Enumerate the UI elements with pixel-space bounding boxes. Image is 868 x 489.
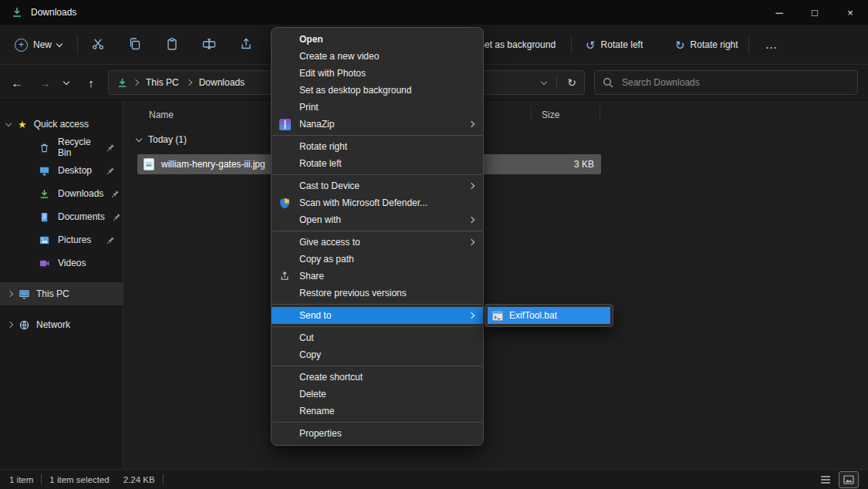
column-header-size[interactable]: Size [542,110,559,120]
share-icon [239,37,253,53]
menu-separator [272,366,482,366]
context-menu-item-restore-previous-versions[interactable]: Restore previous versions [272,285,483,302]
rename-button[interactable] [194,31,225,59]
defender-shield-icon [279,197,290,209]
chevron-right-icon[interactable] [7,291,13,297]
sidebar-item-quick-access[interactable]: ★ Quick access [0,113,123,136]
recycle-bin-icon [39,142,50,153]
thumbnail-view-icon [843,475,854,484]
back-button[interactable]: ← [5,70,29,95]
close-button[interactable]: × [833,0,868,25]
quick-access-star-icon: ★ [18,120,27,130]
status-bar: 1 item 1 item selected 2.24 KB [0,469,868,489]
refresh-button[interactable]: ↻ [567,76,576,89]
sidebar-item-pictures[interactable]: Pictures [0,228,123,251]
context-menu-item-edit-with-photos[interactable]: Edit with Photos [272,65,483,82]
column-separator[interactable] [531,106,532,122]
context-menu-item-rotate-right[interactable]: Rotate right [272,138,483,155]
sidebar-item-desktop[interactable]: Desktop [0,159,123,182]
cut-button[interactable] [83,31,113,59]
context-menu-item-send-to[interactable]: Send to [272,307,483,324]
rename-icon [202,37,216,53]
menu-item-label: Create shortcut [299,372,363,383]
sidebar-item-documents[interactable]: Documents [0,205,123,228]
rotate-right-label: Rotate right [691,39,738,50]
context-menu-item-delete[interactable]: Delete [272,386,483,403]
recent-locations-button[interactable] [57,70,76,95]
videos-icon [39,258,50,269]
set-as-background-button[interactable]: Set as background [471,31,562,59]
sidebar-item-recycle-bin[interactable]: Recycle Bin [0,136,123,159]
menu-item-label: NanaZip [299,119,334,130]
context-menu-item-print[interactable]: Print [272,99,483,116]
new-button[interactable]: + New [8,31,69,59]
minimize-button[interactable]: ─ [762,0,797,25]
location-downloads-icon [117,77,128,89]
context-menu-item-share[interactable]: Share [272,268,483,285]
menu-item-label: Properties [299,428,342,439]
copy-button[interactable] [120,31,150,59]
sidebar-item-videos[interactable]: Videos [0,251,123,275]
sidebar-item-label: Pictures [58,234,99,245]
item-count: 1 item [9,475,33,484]
this-pc-icon [19,288,30,300]
context-menu-item-copy[interactable]: Copy [272,346,483,363]
menu-separator [272,422,482,423]
context-menu-item-open[interactable]: Open [272,31,483,48]
context-menu-item-nanazip[interactable]: NanaZip [272,116,483,133]
context-menu-item-cut[interactable]: Cut [272,329,483,346]
search-input[interactable] [620,76,849,89]
sidebar-item-this-pc[interactable]: This PC [0,282,123,305]
sidebar: ★ Quick access Recycle Bin Desktop Downl… [0,100,123,469]
selection-count: 1 item selected [49,475,109,484]
details-view-button[interactable] [816,471,836,488]
submenu-item-label: ExifTool.bat [509,310,557,321]
submenu-item-exiftool-bat[interactable]: ExifTool.bat [488,307,610,324]
thumbnail-view-button[interactable] [839,471,859,488]
menu-item-label: Rotate right [299,141,347,152]
menu-item-label: Copy as path [299,254,354,265]
share-button[interactable] [231,31,262,59]
forward-button[interactable]: → [32,70,57,95]
chevron-right-icon [185,79,191,86]
context-menu-item-open-with[interactable]: Open with [272,211,483,228]
chevron-right-icon[interactable] [7,322,13,328]
menu-separator [272,326,482,327]
context-menu-item-properties[interactable]: Properties [272,425,483,442]
context-menu-item-copy-as-path[interactable]: Copy as path [272,251,483,268]
address-dropdown-icon[interactable] [541,78,547,84]
maximize-button[interactable]: □ [797,0,833,25]
rotate-right-button[interactable]: ↻ Rotate right [668,31,745,59]
breadcrumb-this-pc[interactable]: This PC [144,76,181,89]
menu-separator [272,174,482,175]
context-menu-item-create-a-new-video[interactable]: Create a new video [272,48,483,65]
chevron-down-icon[interactable] [136,135,142,141]
context-menu-item-create-shortcut[interactable]: Create shortcut [272,369,483,386]
rotate-left-button[interactable]: ↺ Rotate left [579,31,650,59]
breadcrumb-downloads[interactable]: Downloads [197,76,247,89]
sidebar-item-label: Videos [58,258,123,268]
titlebar: Downloads ─ □ × [0,0,868,25]
sidebar-item-network[interactable]: Network [0,313,123,336]
chevron-down-icon[interactable] [5,120,12,126]
context-menu-item-give-access-to[interactable]: Give access to [272,234,483,251]
context-menu-item-scan-with-microsoft-defender[interactable]: Scan with Microsoft Defender... [272,194,483,211]
image-file-icon [144,158,154,170]
up-button[interactable]: ↑ [79,70,103,95]
context-menu-item-rename[interactable]: Rename [272,403,483,420]
group-header-today[interactable]: Today (1) [137,134,187,145]
search-box[interactable] [594,70,858,95]
context-menu: Open Create a new video Edit with Photos… [271,27,484,446]
context-menu-item-set-as-desktop-background[interactable]: Set as desktop background [272,82,483,99]
sidebar-item-downloads[interactable]: Downloads [0,182,123,205]
pictures-icon [39,234,50,246]
paste-button[interactable] [157,31,187,59]
column-separator[interactable] [599,106,600,122]
menu-item-label: Cast to Device [299,180,360,191]
batch-file-icon [492,311,503,321]
more-options-button[interactable]: … [756,31,787,59]
file-size: 3 KB [574,154,594,174]
column-header-name[interactable]: Name [149,110,174,120]
context-menu-item-rotate-left[interactable]: Rotate left [272,155,483,172]
context-menu-item-cast-to-device[interactable]: Cast to Device [272,177,483,194]
